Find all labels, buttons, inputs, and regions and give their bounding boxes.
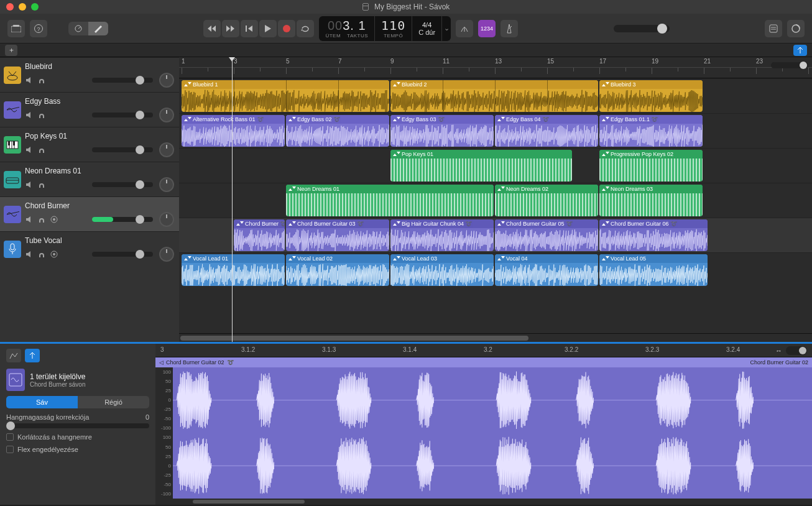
track-header[interactable]: Chord Burner [0, 196, 179, 231]
region[interactable]: Vocal Lead 01 [182, 254, 285, 286]
mute-icon[interactable] [25, 76, 34, 85]
track-header[interactable]: Edgy Bass [0, 92, 179, 127]
count-in-button[interactable]: 1234 [478, 20, 496, 37]
region[interactable]: Vocal Lead 02 [286, 254, 389, 286]
go-to-start-button[interactable] [241, 20, 258, 37]
cycle-button[interactable] [297, 20, 314, 37]
track-header[interactable]: Bluebird [0, 57, 179, 92]
region-left-handle-icon[interactable]: ◁ [159, 359, 164, 366]
lcd-mode-chevron[interactable]: ⌄ [442, 16, 451, 41]
arrange-lane[interactable]: Neon Dreams 01 Neon Dreams 02 Neon Dream… [179, 183, 812, 218]
track-pan-knob[interactable] [159, 177, 174, 192]
region[interactable]: Bluebird 1 [182, 80, 389, 112]
track-pan-knob[interactable] [159, 108, 174, 122]
track-instrument-icon[interactable] [4, 206, 21, 223]
track-name-label[interactable]: Tube Vocal [25, 236, 174, 245]
mute-icon[interactable] [25, 145, 34, 154]
arrange-lane[interactable]: Pop Keys 01 Progressive Pop Keys 02 [179, 148, 812, 183]
mute-icon[interactable] [25, 215, 34, 224]
playhead[interactable] [232, 57, 233, 342]
track-volume-slider[interactable] [92, 252, 153, 257]
track-volume-slider[interactable] [92, 182, 153, 187]
track-volume-slider[interactable] [92, 217, 153, 222]
region[interactable]: Neon Dreams 03 [599, 185, 703, 216]
track-header[interactable]: Pop Keys 01 [0, 127, 179, 162]
region[interactable]: Alternative Rock Bass 01 ➰ [182, 115, 285, 147]
track-pan-knob[interactable] [159, 212, 174, 227]
quick-help-button[interactable]: ? [30, 20, 47, 37]
editor-h-scrollbar[interactable] [155, 499, 812, 505]
region[interactable]: Big Hair Guitar Chunk 04 ➰ [390, 219, 494, 251]
input-monitor-icon[interactable] [50, 250, 58, 259]
input-monitor-icon[interactable] [50, 215, 58, 224]
region[interactable]: Edgy Bass 01.1 ➰ [599, 115, 703, 147]
track-volume-slider[interactable] [92, 147, 153, 152]
headphone-icon[interactable] [37, 215, 46, 224]
loop-browser-button[interactable] [787, 20, 805, 37]
rewind-button[interactable] [203, 20, 221, 37]
view-mode-toggle[interactable] [68, 22, 108, 35]
track-pan-knob[interactable] [159, 73, 174, 88]
catch-playhead-button[interactable] [793, 45, 807, 56]
editor-toggle-region[interactable]: Régió [78, 396, 149, 408]
region[interactable]: Edgy Bass 04 ➰ [495, 115, 598, 147]
region[interactable]: Edgy Bass 03 ➰ [390, 115, 494, 147]
pitch-correction-slider[interactable] [6, 423, 149, 428]
region[interactable]: Vocal Lead 03 [390, 254, 494, 286]
track-instrument-icon[interactable] [4, 67, 21, 84]
track-name-label[interactable]: Bluebird [25, 62, 174, 71]
region[interactable]: Pop Keys 01 [390, 150, 572, 182]
notepad-button[interactable] [765, 20, 782, 37]
arrange-lane[interactable]: Alternative Rock Bass 01 ➰Edgy Bass 02 ➰… [179, 113, 812, 148]
track-pan-knob[interactable] [159, 142, 174, 157]
smart-controls-icon[interactable] [68, 22, 88, 35]
enable-flex-checkbox[interactable]: Flex engedélyezése [6, 446, 149, 453]
record-button[interactable] [278, 20, 295, 37]
region[interactable]: Vocal 04 [495, 254, 598, 286]
headphone-icon[interactable] [37, 180, 46, 189]
timeline-ruler[interactable]: 1357911131517192123 [179, 57, 812, 78]
editor-waveform[interactable] [173, 367, 812, 499]
master-volume-slider[interactable] [614, 25, 670, 32]
arrange-lanes[interactable]: Bluebird 1 Bluebird 2 Bluebird 3 Alterna… [179, 78, 812, 333]
track-instrument-icon[interactable] [4, 136, 21, 154]
headphone-icon[interactable] [37, 111, 46, 119]
region[interactable]: Edgy Bass 02 ➰ [286, 115, 389, 147]
editor-ruler[interactable]: 33.1.23.1.33.1.43.23.2.23.2.33.2.4 [155, 344, 812, 357]
track-volume-slider[interactable] [92, 78, 153, 83]
metronome-button[interactable] [501, 20, 518, 37]
arrange-lane[interactable]: Bluebird 1 Bluebird 2 Bluebird 3 [179, 78, 812, 113]
editor-tab-track-view[interactable] [25, 349, 40, 362]
mute-icon[interactable] [25, 180, 34, 189]
editor-waveform-area[interactable]: ↔ 33.1.23.1.33.1.43.23.2.23.2.33.2.4 ◁Ch… [155, 344, 812, 505]
region[interactable]: Chord Burner ➰ [234, 219, 285, 251]
editor-icon[interactable] [88, 22, 108, 35]
play-button[interactable] [259, 20, 277, 37]
region[interactable]: Bluebird 3 [599, 80, 703, 112]
headphone-icon[interactable] [37, 145, 46, 154]
region[interactable]: Chord Burner Guitar 05 ➰ [495, 219, 598, 251]
region[interactable]: Bluebird 2 [390, 80, 598, 112]
region[interactable]: Chord Burner Guitar 06 ➰ [599, 219, 708, 251]
track-volume-slider[interactable] [92, 113, 153, 117]
arrange-area[interactable]: 1357911131517192123 Bluebird 1 Bluebird … [179, 57, 812, 342]
editor-toggle-track[interactable]: Sáv [6, 396, 78, 408]
mute-icon[interactable] [25, 250, 34, 259]
track-pan-knob[interactable] [159, 247, 174, 262]
editor-region-header[interactable]: ◁Chord Burner Guitar 02 ➰ Chord Burner G… [155, 357, 812, 367]
track-name-label[interactable]: Neon Dreams 01 [25, 167, 174, 175]
arrange-lane[interactable]: Chord Burner ➰Chord Burner Guitar 03 ➰Bi… [179, 218, 812, 252]
lcd-display[interactable]: 003. 1 ÜTEMTAKTUS 110 TEMPÓ 4/4C dúr ⌄ [319, 16, 451, 41]
region[interactable]: Neon Dreams 02 [495, 185, 598, 216]
editor-tab-region-view[interactable] [6, 349, 21, 362]
track-name-label[interactable]: Chord Burner [25, 201, 174, 210]
editor-track-region-toggle[interactable]: Sáv Régió [6, 396, 149, 408]
forward-button[interactable] [222, 20, 239, 37]
arrange-lane[interactable]: Vocal Lead 01 Vocal Lead 02 Vocal Lead 0… [179, 252, 812, 287]
track-header[interactable]: Tube Vocal [0, 231, 179, 266]
add-track-button[interactable]: ＋ [5, 45, 17, 56]
region[interactable]: Chord Burner Guitar 03 ➰ [286, 219, 389, 251]
arrange-h-scrollbar[interactable] [179, 333, 812, 342]
track-header[interactable]: Neon Dreams 01 [0, 162, 179, 196]
region[interactable]: Vocal Lead 05 [599, 254, 708, 286]
